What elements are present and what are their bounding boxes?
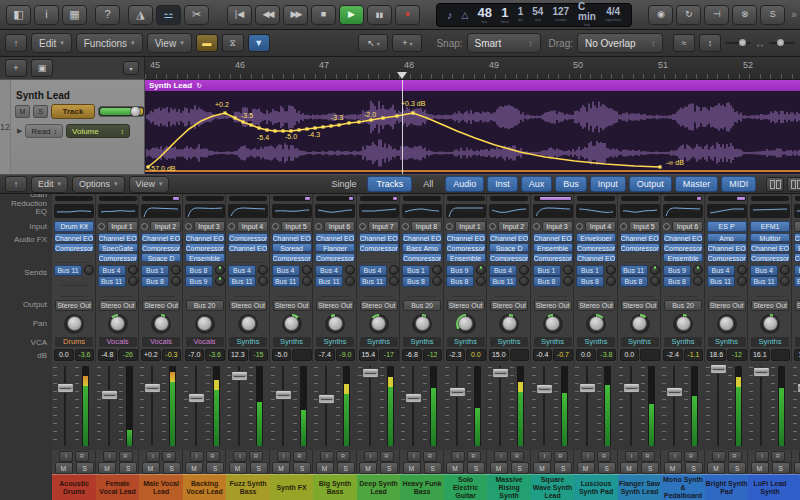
peak-db-value[interactable]: -17 <box>379 349 399 361</box>
send-bus-button[interactable]: Bus 8 <box>576 276 604 287</box>
send-bus-button[interactable]: Bus 4 <box>315 265 343 276</box>
track-name-plate[interactable]: Heavy Funk Bass <box>400 474 444 500</box>
track-name-plate[interactable]: Male Vocal Lead <box>139 474 183 500</box>
fader-handle[interactable] <box>362 368 379 378</box>
track-name-plate[interactable]: Acoustic Drums <box>52 474 96 500</box>
secondary-tool-menu[interactable]: +▾ <box>392 34 422 52</box>
audio-fx-slot[interactable]: Compressor <box>185 243 225 252</box>
track-volume-slider[interactable] <box>98 106 145 117</box>
pan-knob-face[interactable] <box>241 316 256 331</box>
audio-fx-slot[interactable]: Channel EQ <box>98 233 138 242</box>
send-slot[interactable]: Bus 8 <box>402 276 442 286</box>
cycle-icon[interactable]: ↻ <box>676 5 701 25</box>
input-monitor-button[interactable]: I <box>59 451 73 462</box>
automation-parameter-popup[interactable]: Volume↕ <box>66 124 130 138</box>
send-slot[interactable]: Bus 8 <box>620 276 660 286</box>
output-button[interactable]: Stereo Out <box>795 300 800 311</box>
pause-button[interactable]: ▮▮ <box>367 5 392 25</box>
send-slot[interactable]: Bus 1 <box>576 265 616 275</box>
eq-thumbnail[interactable] <box>489 204 529 218</box>
input-slot[interactable]: Input 2 <box>150 221 181 232</box>
fader-handle[interactable] <box>318 394 335 404</box>
output-button[interactable]: Bus 20 <box>664 300 702 311</box>
pan-knob-face[interactable] <box>371 316 386 331</box>
record-enable-button[interactable]: R <box>467 451 481 462</box>
mute-button[interactable]: M <box>359 462 377 474</box>
input-slot[interactable]: Drum Kit <box>54 221 94 232</box>
stop-button[interactable]: ■ <box>311 5 336 25</box>
peak-db-value[interactable]: -15 <box>249 349 269 361</box>
eq-thumbnail[interactable] <box>446 204 486 218</box>
vca-assignment[interactable]: Synths <box>273 337 311 347</box>
audio-fx-slot[interactable]: Compressor <box>228 233 268 242</box>
automation-node[interactable] <box>249 123 252 126</box>
filter-master[interactable]: Master <box>675 176 719 192</box>
input-slot[interactable]: Input 3 <box>542 221 573 232</box>
toolbar-overflow-chevron[interactable]: » <box>791 9 797 20</box>
mute-button[interactable]: M <box>98 462 116 474</box>
pan-knob[interactable] <box>586 314 606 334</box>
audio-fx-slot[interactable]: Ensemble <box>446 253 486 262</box>
mute-button[interactable]: M <box>316 462 334 474</box>
vca-assignment[interactable]: Synths <box>316 337 354 347</box>
output-button[interactable]: Stereo Out <box>99 300 137 311</box>
send-slot[interactable]: Bus 8 <box>141 276 181 286</box>
send-level-knob[interactable] <box>389 265 399 275</box>
peak-db-value[interactable] <box>510 349 530 361</box>
audio-fx-slot[interactable]: Channel EQ <box>750 243 790 252</box>
pan-knob[interactable] <box>630 314 650 334</box>
mute-button[interactable]: M <box>620 462 638 474</box>
audio-fx-slot[interactable]: Space D <box>489 243 529 252</box>
record-enable-button[interactable]: R <box>119 451 133 462</box>
send-level-knob[interactable] <box>650 276 660 286</box>
lcd-field-bar[interactable]: 48bar <box>477 6 491 24</box>
peak-db-value[interactable]: -12 <box>423 349 443 361</box>
peak-db-value[interactable]: -26 <box>118 349 138 361</box>
fader-handle[interactable] <box>536 384 553 394</box>
send-slot[interactable]: Bus 11 <box>54 265 94 275</box>
rewind-button[interactable]: ◀◀ <box>255 5 280 25</box>
output-button[interactable]: Stereo Out <box>55 300 93 311</box>
solo-button[interactable]: S <box>424 462 442 474</box>
input-monitor-icon[interactable] <box>141 223 148 230</box>
fader-handle[interactable] <box>710 364 727 374</box>
pan-knob[interactable] <box>760 314 780 334</box>
send-slot[interactable]: Bus 8 <box>576 276 616 286</box>
record-enable-button[interactable]: R <box>293 451 307 462</box>
input-slot[interactable]: Input 5 <box>629 221 660 232</box>
send-bus-button[interactable]: Bus 11 <box>794 276 800 287</box>
audio-fx-slot[interactable]: Ensemble <box>663 253 703 262</box>
pan-knob-face[interactable] <box>67 316 82 331</box>
fader-row[interactable] <box>400 362 444 450</box>
arrange-menu-functions[interactable]: Functions▾ <box>76 33 143 53</box>
eq-thumbnail[interactable] <box>315 204 355 218</box>
pan-knob[interactable] <box>412 314 432 334</box>
volume-db-value[interactable]: 15.0 <box>489 349 509 361</box>
input-monitor-button[interactable]: I <box>364 451 378 462</box>
send-slot[interactable]: Bus 8 <box>663 276 703 286</box>
peak-db-value[interactable]: -0.3 <box>162 349 182 361</box>
vca-assignment[interactable]: Vocals <box>186 337 224 347</box>
track-name-plate[interactable]: Square Wave Synth Lead <box>531 474 575 500</box>
output-button[interactable]: Bus 20 <box>403 300 441 311</box>
track-name-plate[interactable]: Bright Synth Pad <box>705 474 749 500</box>
send-level-knob[interactable] <box>302 276 312 286</box>
audio-fx-slot[interactable]: Multipr <box>750 233 790 242</box>
audio-fx-slot[interactable]: Channel EQ <box>228 243 268 252</box>
fader-row[interactable] <box>661 362 705 450</box>
automation-node[interactable] <box>369 118 372 121</box>
send-bus-button[interactable]: Bus 8 <box>446 276 474 287</box>
peak-db-value[interactable]: -12 <box>727 349 747 361</box>
automation-node[interactable] <box>381 116 384 119</box>
automation-node[interactable] <box>357 120 360 123</box>
mute-button[interactable]: M <box>533 462 551 474</box>
input-monitor-button[interactable]: I <box>146 451 160 462</box>
solo-button[interactable]: S <box>728 462 746 474</box>
track-name-plate[interactable]: LoFi Lead Synth <box>748 474 792 500</box>
pan-knob[interactable] <box>282 314 302 334</box>
arrange-menu-view[interactable]: View▾ <box>147 33 192 53</box>
tools-icon[interactable]: ✂ <box>184 5 209 25</box>
input-monitor-button[interactable]: I <box>538 451 552 462</box>
vca-assignment[interactable]: Synths <box>708 337 746 347</box>
input-monitor-button[interactable]: I <box>668 451 682 462</box>
